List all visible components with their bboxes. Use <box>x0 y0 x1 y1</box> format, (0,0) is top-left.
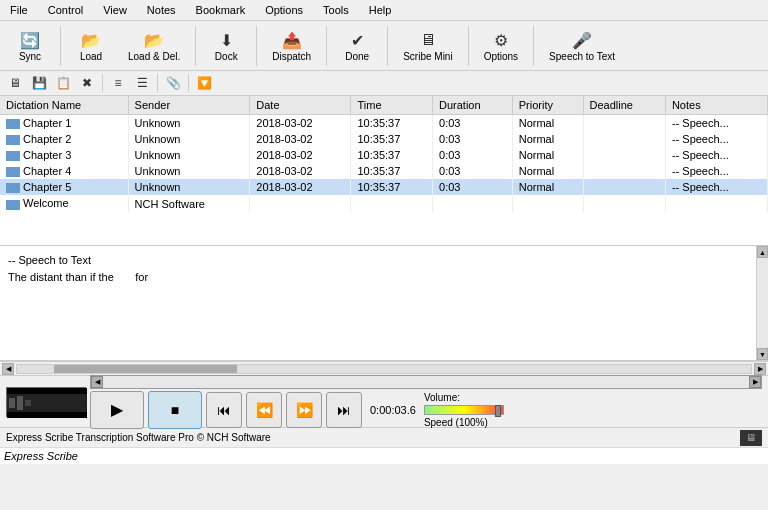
table-cell: -- Speech... <box>665 115 767 132</box>
menu-notes[interactable]: Notes <box>141 2 182 18</box>
table-cell: Welcome <box>0 195 128 211</box>
transport-scrollbar[interactable]: ◀ ▶ <box>90 375 762 389</box>
table-cell: 2018-03-02 <box>250 163 351 179</box>
scroll-down-arrow[interactable]: ▼ <box>757 348 768 360</box>
sync-button[interactable]: 🔄 Sync <box>6 25 54 66</box>
dispatch-button[interactable]: 📤 Dispatch <box>263 25 320 66</box>
transport-controls-row: ▶ ■ ⏮ ⏪ ⏩ ⏭ 0:00:03.6 Volume: Speed (100… <box>90 391 762 429</box>
svg-rect-9 <box>17 396 23 410</box>
table-cell: Normal <box>512 179 583 195</box>
toolbar-sep-3 <box>256 26 257 66</box>
table-cell: 10:35:37 <box>351 115 433 132</box>
menu-file[interactable]: File <box>4 2 34 18</box>
table-row[interactable]: Chapter 2Unknown2018-03-0210:35:370:03No… <box>0 131 768 147</box>
table-cell: Normal <box>512 131 583 147</box>
svg-rect-10 <box>25 400 31 406</box>
table-cell <box>583 163 665 179</box>
menu-tools[interactable]: Tools <box>317 2 355 18</box>
hscroll-left-arrow[interactable]: ◀ <box>2 363 14 375</box>
col-dictation-name[interactable]: Dictation Name <box>0 96 128 115</box>
play-button[interactable]: ▶ <box>90 391 144 429</box>
menu-options[interactable]: Options <box>259 2 309 18</box>
table-cell <box>665 195 767 211</box>
hscroll-track[interactable] <box>16 364 752 374</box>
table-cell: -- Speech... <box>665 131 767 147</box>
svg-rect-8 <box>9 398 15 408</box>
table-cell: Chapter 1 <box>0 115 128 132</box>
tb2-copy-icon[interactable]: 📋 <box>52 73 74 93</box>
transport-scroll-right[interactable]: ▶ <box>749 376 761 388</box>
table-cell: Chapter 3 <box>0 147 128 163</box>
table-cell: 2018-03-02 <box>250 179 351 195</box>
table-cell: Chapter 5 <box>0 179 128 195</box>
tb2-dropdown-icon[interactable]: 🔽 <box>193 73 215 93</box>
table-row[interactable]: Chapter 1Unknown2018-03-0210:35:370:03No… <box>0 115 768 132</box>
table-cell: 2018-03-02 <box>250 131 351 147</box>
toolbar-sep-6 <box>468 26 469 66</box>
dock-button[interactable]: ⬇ Dock <box>202 25 250 66</box>
table-row[interactable]: Chapter 3Unknown2018-03-0210:35:370:03No… <box>0 147 768 163</box>
transport-scroll-left[interactable]: ◀ <box>91 376 103 388</box>
menu-bookmark[interactable]: Bookmark <box>190 2 252 18</box>
table-row[interactable]: Chapter 5Unknown2018-03-0210:35:370:03No… <box>0 179 768 195</box>
options-icon: ⚙ <box>487 29 515 51</box>
col-priority[interactable]: Priority <box>512 96 583 115</box>
content-scrollbar[interactable]: ▲ ▼ <box>756 246 768 360</box>
col-date[interactable]: Date <box>250 96 351 115</box>
table-cell: Chapter 2 <box>0 131 128 147</box>
scribe-mini-icon: 🖥 <box>414 29 442 51</box>
menu-view[interactable]: View <box>97 2 133 18</box>
tb2-list-icon[interactable]: ≡ <box>107 73 129 93</box>
fast-forward-button[interactable]: ⏩ <box>286 392 322 428</box>
table-cell <box>583 179 665 195</box>
skip-start-button[interactable]: ⏮ <box>206 392 242 428</box>
volume-bar[interactable] <box>424 405 504 415</box>
transport-bar: ◀ ▶ ▶ ■ ⏮ ⏪ ⏩ ⏭ 0:00:03.6 Volume: Speed … <box>0 375 768 427</box>
hscroll-right-arrow[interactable]: ▶ <box>754 363 766 375</box>
col-sender[interactable]: Sender <box>128 96 250 115</box>
tb2-monitor-icon[interactable]: 🖥 <box>4 73 26 93</box>
volume-thumb[interactable] <box>495 405 501 417</box>
done-icon: ✔ <box>343 29 371 51</box>
speech-to-text-button[interactable]: 🎤 Speech to Text <box>540 25 624 66</box>
skip-end-button[interactable]: ⏭ <box>326 392 362 428</box>
table-row[interactable]: Chapter 4Unknown2018-03-0210:35:370:03No… <box>0 163 768 179</box>
rewind-button[interactable]: ⏪ <box>246 392 282 428</box>
table-cell: NCH Software <box>128 195 250 211</box>
transcript-area[interactable]: -- Speech to Text The distant than if th… <box>0 246 768 361</box>
table-cell: 10:35:37 <box>351 179 433 195</box>
scribe-mini-button[interactable]: 🖥 Scribe Mini <box>394 25 461 66</box>
table-cell: Chapter 4 <box>0 163 128 179</box>
table-cell: 10:35:37 <box>351 131 433 147</box>
tb2-attach-icon[interactable]: 📎 <box>162 73 184 93</box>
toolbar-sep-1 <box>60 26 61 66</box>
load-del-button[interactable]: 📂 Load & Del. <box>119 25 189 66</box>
volume-section: Volume: Speed (100%) <box>424 392 504 428</box>
table-row[interactable]: WelcomeNCH Software <box>0 195 768 211</box>
time-display: 0:00:03.6 <box>366 404 420 416</box>
table-cell: 0:03 <box>433 179 513 195</box>
col-time[interactable]: Time <box>351 96 433 115</box>
hscroll-thumb[interactable] <box>54 365 238 373</box>
horizontal-scrollbar[interactable]: ◀ ▶ <box>0 361 768 375</box>
col-notes[interactable]: Notes <box>665 96 767 115</box>
table-cell <box>433 195 513 211</box>
transport-scroll-track <box>103 376 749 388</box>
tb2-sep-3 <box>188 74 189 92</box>
table-cell: Unknown <box>128 115 250 132</box>
menu-help[interactable]: Help <box>363 2 398 18</box>
load-button[interactable]: 📂 Load <box>67 25 115 66</box>
scroll-up-arrow[interactable]: ▲ <box>757 246 768 258</box>
table-cell: Normal <box>512 163 583 179</box>
table-cell <box>583 131 665 147</box>
col-duration[interactable]: Duration <box>433 96 513 115</box>
done-button[interactable]: ✔ Done <box>333 25 381 66</box>
tb2-save-icon[interactable]: 💾 <box>28 73 50 93</box>
options-button[interactable]: ⚙ Options <box>475 25 527 66</box>
col-deadline[interactable]: Deadline <box>583 96 665 115</box>
tb2-sep-1 <box>102 74 103 92</box>
stop-button[interactable]: ■ <box>148 391 202 429</box>
tb2-close-icon[interactable]: ✖ <box>76 73 98 93</box>
menu-control[interactable]: Control <box>42 2 89 18</box>
tb2-lines-icon[interactable]: ☰ <box>131 73 153 93</box>
